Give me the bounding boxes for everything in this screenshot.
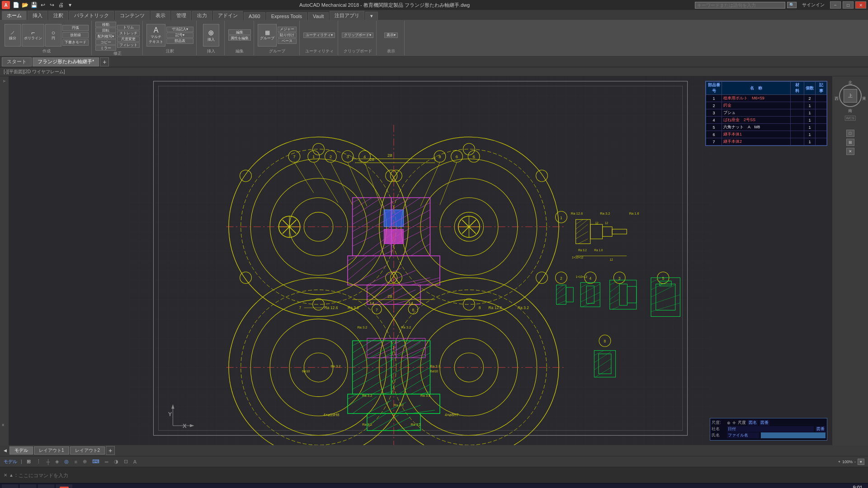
bom-button[interactable]: 部品表 — [166, 38, 193, 44]
search-taskbar-button[interactable]: 🔍 — [20, 484, 36, 488]
tab-model[interactable]: モデル — [9, 446, 33, 455]
svg-rect-0 — [129, 76, 712, 445]
svg-text:Ra 3.2: Ra 3.2 — [394, 403, 404, 407]
mirror-button[interactable]: ミラー — [95, 45, 116, 51]
selection-toggle[interactable]: ⊡ — [123, 459, 129, 465]
tab-view[interactable]: 表示 — [151, 11, 170, 20]
autocad-taskbar-button[interactable]: A — [56, 484, 72, 488]
property-button[interactable]: 属性を編集 — [228, 35, 251, 41]
tab-start[interactable]: スタート — [2, 57, 32, 66]
tab-home[interactable]: ホーム — [2, 11, 27, 20]
search-icon[interactable]: 🔍 — [787, 2, 797, 8]
viewport-button[interactable]: ▾ — [858, 459, 864, 465]
tab-insert[interactable]: 挿入 — [28, 11, 47, 20]
tab-layout2[interactable]: レイアウト2 — [70, 446, 105, 455]
line-button[interactable]: ⟋ 線分 — [5, 24, 21, 47]
model-label[interactable]: モデル — [4, 459, 17, 465]
clipboard-button1[interactable]: クリップボード▾ — [342, 33, 373, 38]
clear-command-button[interactable]: ✕ — [4, 473, 7, 478]
insert-button[interactable]: ⊕ 挿入 — [203, 24, 219, 47]
view-close-button[interactable]: ✕ — [846, 148, 854, 155]
display-button1[interactable]: 表示▾ — [384, 33, 398, 38]
tab-manage[interactable]: 管理 — [171, 11, 191, 20]
scale-button[interactable]: 尺度変更 — [117, 37, 140, 42]
autocad-taskbar-icon: A — [60, 487, 69, 488]
new-button[interactable]: 📄 — [12, 1, 20, 9]
polyline-button[interactable]: ⌐ ポリライン — [22, 24, 44, 47]
transparency-toggle[interactable]: ◑ — [113, 459, 119, 465]
signin-label[interactable]: サインイン — [798, 2, 828, 8]
snap-toggle[interactable]: ⋮ — [35, 459, 42, 465]
save-button[interactable]: 💾 — [30, 1, 38, 9]
copy-button[interactable]: コピー — [95, 39, 116, 45]
circle-button[interactable]: ○ 円 — [45, 24, 61, 47]
tab-vault[interactable]: Vault — [308, 12, 329, 20]
annotation-toggle[interactable]: A — [132, 459, 137, 465]
redo-button[interactable]: ↪ — [48, 1, 56, 9]
restore-button[interactable]: □ — [843, 1, 854, 9]
drawing-viewport[interactable]: 28 28 7 1 2 3 4 8 6 6 — [9, 76, 832, 445]
tab-add-button[interactable]: + — [100, 57, 109, 66]
circle-icon: ○ — [52, 29, 55, 36]
fillet-button[interactable]: フィレット — [117, 42, 140, 48]
utility-button1[interactable]: ユーティリティ▾ — [303, 33, 335, 38]
group-buttons: ▦ グループ メジャー 貼り付け ベース — [258, 22, 297, 48]
offset-button[interactable]: 配列複写▾ — [95, 33, 116, 39]
tab-more[interactable]: ▾ — [365, 12, 378, 20]
paste-button[interactable]: 貼り付け — [278, 33, 297, 38]
search-input[interactable] — [695, 2, 785, 9]
group-button[interactable]: ▦ グループ — [258, 24, 277, 47]
tab-layout-add[interactable]: + — [106, 446, 115, 455]
move-button[interactable]: 移動 — [95, 22, 116, 27]
tab-output[interactable]: 出力 — [192, 11, 212, 20]
dynmode-toggle[interactable]: ⌨ — [91, 459, 100, 465]
workspace-button[interactable]: ▾ — [66, 1, 74, 9]
polar-toggle[interactable]: ◈ — [54, 459, 60, 465]
tab-annotate[interactable]: 注釈 — [48, 11, 68, 20]
edit-button[interactable]: 編集 — [228, 29, 251, 35]
open-button[interactable]: 📂 — [21, 1, 29, 9]
stretch-button[interactable]: ストレッチ — [117, 31, 140, 36]
grid-toggle[interactable]: ⊞ — [26, 459, 32, 465]
rotate-button[interactable]: 回転 — [95, 28, 116, 33]
group-icon: ▦ — [265, 29, 270, 36]
tab-addin[interactable]: アドイン — [213, 11, 243, 20]
tab-content[interactable]: コンテンツ — [115, 11, 150, 20]
scroll-left-button[interactable]: ◀ — [2, 448, 9, 453]
tab-expresstools[interactable]: Express Tools — [266, 12, 307, 20]
raycast-button[interactable]: 放射線 — [62, 32, 89, 38]
note-button[interactable]: 記号▾ — [166, 33, 193, 38]
close-button[interactable]: ✕ — [855, 1, 866, 9]
dimension-button[interactable]: 寸法記入▾ — [166, 27, 193, 32]
tab-parametric[interactable]: パラメトリック — [69, 11, 114, 20]
command-history-button[interactable]: ▲ — [9, 473, 14, 478]
command-input[interactable] — [19, 473, 864, 478]
view-maximize-button[interactable]: □ — [846, 130, 854, 137]
otrack-toggle[interactable]: ≡ — [73, 459, 78, 465]
tab-a360[interactable]: A360 — [244, 12, 265, 20]
arc-button[interactable]: 円弧 — [62, 25, 89, 31]
print-button[interactable]: 🖨 — [57, 1, 65, 9]
mini-info-row1: 尺度: ⊕ ✛ 尺度 図名 図番 — [712, 420, 826, 426]
multitext-button[interactable]: A マルチ テキスト — [146, 24, 165, 47]
view-restore-button[interactable]: ⊞ — [846, 139, 854, 146]
minimize-button[interactable]: − — [830, 1, 841, 9]
measure-button[interactable]: メジャー — [278, 27, 297, 32]
zoom-out-button[interactable]: - — [854, 460, 856, 464]
trim-button[interactable]: トリム — [117, 25, 140, 30]
tab-featured[interactable]: 注目アプリ — [330, 11, 364, 20]
sketch-button[interactable]: 下書きモード — [62, 39, 89, 46]
ducs-toggle[interactable]: ⊕ — [82, 459, 88, 465]
lineweight-toggle[interactable]: ═ — [104, 459, 109, 465]
tab-layout1[interactable]: レイアウト1 — [34, 446, 69, 455]
base-button[interactable]: ベース — [278, 38, 297, 44]
start-button[interactable] — [2, 484, 18, 488]
tab-active-drawing[interactable]: フランジ形たわみ軸継手* — [33, 57, 99, 66]
svg-text:6: 6 — [456, 154, 458, 159]
ortho-toggle[interactable]: ┼ — [46, 459, 51, 465]
ribbon-group-display: 表示▾ 表示 — [377, 21, 405, 55]
undo-button[interactable]: ↩ — [39, 1, 47, 9]
osnap-toggle[interactable]: ◎ — [63, 459, 70, 465]
explorer-button[interactable] — [38, 484, 54, 488]
zoom-in-button[interactable]: + — [838, 460, 840, 464]
